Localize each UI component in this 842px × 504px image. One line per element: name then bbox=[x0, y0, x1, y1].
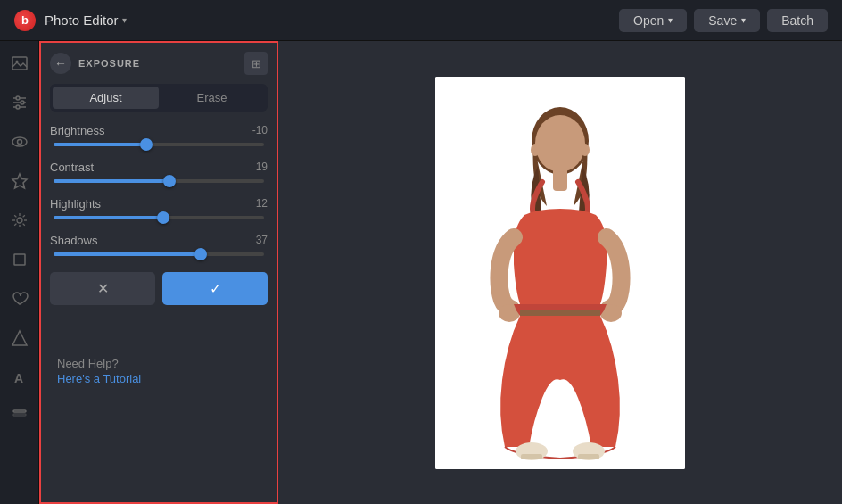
canvas-area bbox=[278, 41, 842, 504]
app-title-text: Photo Editor bbox=[45, 12, 119, 28]
panel-header-left: ← EXPOSURE bbox=[50, 53, 140, 74]
svg-point-6 bbox=[21, 101, 24, 104]
save-label: Save bbox=[708, 13, 737, 28]
slider-fill-contrast bbox=[54, 179, 169, 183]
slider-group-highlights: Highlights12 bbox=[50, 197, 268, 219]
open-chevron: ▾ bbox=[668, 15, 673, 25]
svg-rect-37 bbox=[521, 454, 542, 459]
app-title[interactable]: Photo Editor ▾ bbox=[45, 12, 127, 28]
svg-line-19 bbox=[14, 224, 16, 226]
svg-point-11 bbox=[17, 218, 22, 223]
svg-marker-10 bbox=[12, 174, 27, 188]
svg-rect-20 bbox=[14, 254, 25, 265]
panel-tabs: Adjust Erase bbox=[50, 84, 268, 112]
svg-point-9 bbox=[17, 140, 21, 145]
slider-group-brightness: Brightness-10 bbox=[50, 124, 268, 146]
slider-fill-highlights bbox=[54, 216, 163, 219]
svg-point-5 bbox=[16, 96, 20, 100]
svg-line-18 bbox=[22, 215, 24, 217]
slider-label-brightness: Brightness bbox=[50, 124, 104, 137]
svg-point-7 bbox=[16, 105, 20, 109]
svg-marker-21 bbox=[12, 331, 27, 345]
svg-rect-23 bbox=[13, 410, 26, 412]
svg-text:A: A bbox=[14, 371, 23, 385]
confirm-button[interactable]: ✓ bbox=[162, 272, 268, 305]
exposure-panel: ← EXPOSURE ⊞ Adjust Erase Brightness-10C… bbox=[39, 41, 278, 504]
text-icon[interactable]: A bbox=[8, 366, 31, 389]
save-chevron: ▾ bbox=[741, 15, 746, 25]
svg-line-17 bbox=[22, 224, 24, 226]
svg-point-8 bbox=[12, 137, 27, 146]
panel-action-icon[interactable]: ⊞ bbox=[244, 52, 268, 75]
image-icon[interactable] bbox=[8, 52, 31, 75]
svg-rect-38 bbox=[578, 454, 599, 459]
panel-title: EXPOSURE bbox=[78, 58, 140, 69]
photo-container bbox=[435, 77, 685, 469]
slider-value-shadows: 37 bbox=[256, 234, 268, 247]
main-area: A ← EXPOSURE ⊞ Adjust Erase Brightness-1… bbox=[0, 41, 842, 504]
slider-track-highlights[interactable] bbox=[54, 216, 264, 219]
open-button[interactable]: Open ▾ bbox=[619, 9, 687, 32]
back-button[interactable]: ← bbox=[50, 53, 71, 74]
slider-track-brightness[interactable] bbox=[54, 143, 264, 146]
svg-rect-24 bbox=[13, 414, 26, 416]
brush-icon[interactable] bbox=[8, 405, 31, 428]
crop-icon[interactable] bbox=[8, 248, 31, 271]
batch-button[interactable]: Batch bbox=[767, 9, 828, 32]
action-buttons: ✕ ✓ bbox=[50, 272, 268, 305]
slider-thumb-highlights[interactable] bbox=[157, 211, 169, 224]
sliders-container: Brightness-10Contrast19Highlights12Shado… bbox=[50, 124, 268, 256]
slider-value-contrast: 19 bbox=[256, 161, 268, 174]
slider-fill-shadows bbox=[54, 252, 201, 256]
panel-header: ← EXPOSURE ⊞ bbox=[50, 52, 268, 75]
eye-icon[interactable] bbox=[8, 130, 31, 153]
help-text: Need Help? bbox=[57, 357, 141, 370]
slider-thumb-shadows[interactable] bbox=[194, 248, 207, 260]
open-label: Open bbox=[633, 13, 664, 28]
app-title-chevron: ▾ bbox=[122, 15, 127, 25]
shape-icon[interactable] bbox=[8, 326, 31, 350]
sidebar: A bbox=[0, 41, 39, 504]
header: b Photo Editor ▾ Open ▾ Save ▾ Batch bbox=[0, 0, 842, 41]
slider-track-shadows[interactable] bbox=[54, 252, 264, 256]
slider-fill-brightness bbox=[54, 143, 146, 146]
slider-track-contrast[interactable] bbox=[54, 179, 264, 183]
svg-point-29 bbox=[531, 144, 540, 156]
slider-thumb-contrast[interactable] bbox=[163, 175, 176, 187]
tab-adjust[interactable]: Adjust bbox=[53, 87, 159, 109]
help-link[interactable]: Here's a Tutorial bbox=[57, 372, 141, 385]
svg-rect-0 bbox=[12, 57, 27, 70]
slider-group-contrast: Contrast19 bbox=[50, 161, 268, 183]
svg-point-30 bbox=[581, 144, 590, 156]
slider-label-shadows: Shadows bbox=[50, 234, 97, 247]
tab-erase[interactable]: Erase bbox=[159, 87, 265, 109]
cancel-button[interactable]: ✕ bbox=[50, 272, 155, 305]
photo-svg bbox=[435, 77, 685, 469]
slider-thumb-brightness[interactable] bbox=[140, 138, 153, 151]
heart-icon[interactable] bbox=[8, 287, 31, 310]
app-logo: b bbox=[14, 10, 36, 31]
star-icon[interactable] bbox=[8, 169, 31, 193]
save-button[interactable]: Save ▾ bbox=[694, 9, 760, 32]
slider-label-highlights: Highlights bbox=[50, 197, 101, 211]
slider-label-contrast: Contrast bbox=[50, 161, 94, 174]
sliders-icon[interactable] bbox=[8, 91, 31, 114]
slider-group-shadows: Shadows37 bbox=[50, 234, 268, 256]
svg-line-16 bbox=[14, 215, 16, 217]
slider-value-brightness: -10 bbox=[252, 124, 268, 137]
svg-point-28 bbox=[535, 115, 585, 172]
slider-value-highlights: 12 bbox=[256, 197, 268, 211]
help-section: Need Help? Here's a Tutorial bbox=[48, 348, 150, 395]
effects-icon[interactable] bbox=[8, 209, 31, 232]
